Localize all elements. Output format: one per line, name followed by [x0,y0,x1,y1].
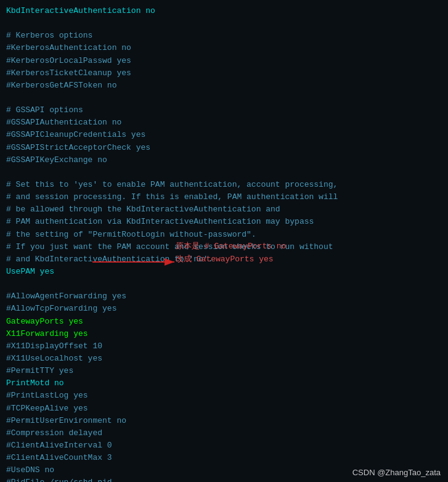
code-line: # the setting of "PermitRootLogin withou… [6,229,442,241]
code-line: #PermitUserEnvironment no [6,415,442,427]
code-line [6,17,442,30]
code-line: #GSSAPICleanupCredentials yes [6,129,442,141]
code-line: #KerberosGetAFSToken no [6,80,442,92]
annotation-block: 原本是 # GatewayPorts no 改成 GatewayPorts ye… [176,240,286,266]
code-line: PrintMotd no [6,377,442,390]
code-line: # be allowed through the KbdInteractiveA… [6,203,442,216]
code-line: #GSSAPIAuthentication no [6,116,442,129]
code-line: # GSSAPI options [6,104,442,116]
watermark: CSDN @ZhangTao_zata [352,468,441,477]
annotation-line2: 改成 GatewayPorts yes [176,253,286,266]
code-line: # Kerberos options [6,30,442,42]
code-line: # and session processing. If this is ena… [6,191,442,203]
code-line: #X11DisplayOffset 10 [6,340,442,353]
code-line: #PrintLastLog yes [6,390,442,402]
code-line: #AllowAgentForwarding yes [6,290,442,303]
code-line: #PidFile /run/sshd.pid [6,476,442,482]
code-line: #X11UseLocalhost yes [6,353,442,365]
code-line: #ClientAliveCountMax 3 [6,452,442,464]
code-line: UsePAM yes [6,266,442,278]
code-line: #PermitTTY yes [6,365,442,377]
code-line: #KerberosOrLocalPasswd yes [6,55,442,67]
code-line [6,166,442,179]
code-line: X11Forwarding yes [6,328,442,340]
code-line: #GSSAPIStrictAcceptorCheck yes [6,142,442,154]
arrow-annotation [89,247,179,280]
code-line: #KerberosTicketCleanup yes [6,67,442,80]
code-line: #AllowTcpForwarding yes [6,303,442,315]
annotation-line1: 原本是 # GatewayPorts no [176,240,286,253]
code-line: # PAM authentication via KbdInteractiveA… [6,216,442,228]
code-line: #KerberosAuthentication no [6,42,442,54]
code-line: KbdInteractiveAuthentication no [6,5,442,17]
terminal-window: KbdInteractiveAuthentication no # Kerber… [0,0,448,482]
code-line: GatewayPorts yes [6,316,442,328]
code-line [6,278,442,290]
code-line [6,92,442,104]
code-line: #GSSAPIKeyExchange no [6,154,442,166]
code-line: # Set this to 'yes' to enable PAM authen… [6,179,442,191]
code-line: #TCPKeepAlive yes [6,402,442,415]
code-line: #Compression delayed [6,427,442,439]
code-line: #ClientAliveInterval 0 [6,439,442,452]
